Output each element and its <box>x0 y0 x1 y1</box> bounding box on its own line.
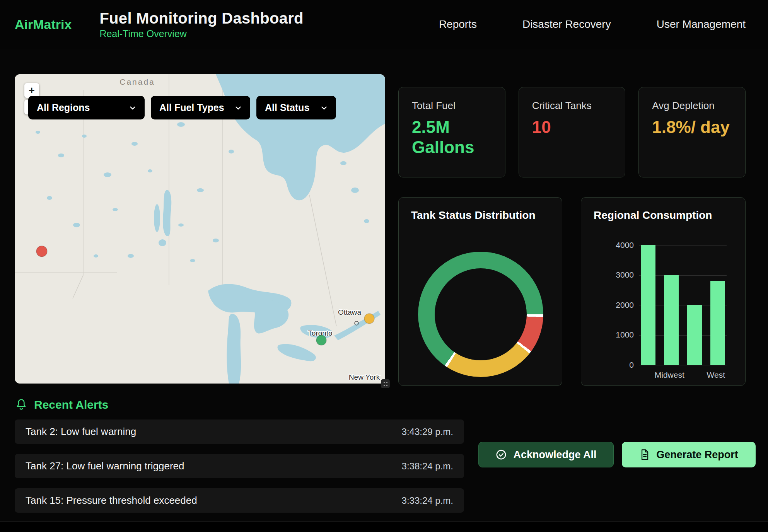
x-axis-tick: Midwest <box>655 370 684 380</box>
stat-card-avg-depletion: Avg Depletion 1.8%/ day <box>638 87 746 177</box>
stat-label: Total Fuel <box>412 100 492 112</box>
stat-label: Critical Tanks <box>532 100 612 112</box>
alert-text: Tank 27: Low fuel warning triggered <box>26 460 184 472</box>
y-axis-tick: 0 <box>592 360 634 370</box>
generate-report-button[interactable]: Generate Report <box>622 442 756 467</box>
alert-time: 3:43:29 p.m. <box>402 426 453 437</box>
alert-row: Tank 15: Pressure threshold exceeded 3:3… <box>15 488 464 513</box>
main-nav: Reports Disaster Recovery User Managemen… <box>439 18 746 31</box>
regional-consumption-card: Regional Consumption 4000 3000 2000 1000… <box>581 197 746 386</box>
chevron-down-icon <box>320 104 328 112</box>
bar <box>641 245 655 365</box>
stat-cards: Total Fuel 2.5M Gallons Critical Tanks 1… <box>398 87 746 177</box>
map[interactable]: Canada Ottawa Toronto New York + − All R… <box>15 74 385 384</box>
map-label-ottawa: Ottawa <box>338 308 362 316</box>
check-circle-icon <box>495 449 507 460</box>
grip-dots-icon <box>382 381 389 387</box>
map-marker-normal[interactable] <box>316 335 326 345</box>
fuel-types-filter-label: All Fuel Types <box>159 102 224 113</box>
regions-filter-label: All Regions <box>37 102 90 113</box>
page-title: Fuel Monitoring Dashboard <box>99 10 303 27</box>
map-marker-warning[interactable] <box>364 314 374 324</box>
chart-title: Regional Consumption <box>594 209 733 222</box>
x-axis-tick <box>693 370 698 380</box>
alert-time: 3:38:24 p.m. <box>402 461 453 472</box>
nav-disaster-recovery[interactable]: Disaster Recovery <box>522 18 611 31</box>
stat-card-total-fuel: Total Fuel 2.5M Gallons <box>398 87 505 177</box>
stat-value: 1.8%/ day <box>652 117 732 137</box>
document-icon <box>639 449 650 460</box>
map-canvas: Canada Ottawa Toronto New York <box>15 74 385 384</box>
bar <box>664 275 679 365</box>
alert-row: Tank 2: Low fuel warning 3:43:29 p.m. <box>15 419 464 444</box>
generate-report-label: Generate Report <box>656 449 738 461</box>
y-axis-tick: 1000 <box>592 330 634 339</box>
y-axis-tick: 4000 <box>592 240 634 250</box>
regions-filter-dropdown[interactable]: All Regions <box>28 96 145 119</box>
bar-chart-bars <box>639 245 727 365</box>
map-label-new-york: New York <box>349 373 380 381</box>
title-block: Fuel Monitoring Dashboard Real-Time Over… <box>99 10 303 39</box>
chart-title: Tank Status Distribution <box>411 209 550 222</box>
y-axis-tick: 2000 <box>592 300 634 310</box>
acknowledge-all-label: Acknowledge All <box>513 449 596 461</box>
nav-reports[interactable]: Reports <box>439 18 477 31</box>
map-resize-handle[interactable] <box>381 379 390 388</box>
x-axis-tick <box>641 370 646 380</box>
bell-icon <box>15 399 27 411</box>
fuel-types-filter-dropdown[interactable]: All Fuel Types <box>151 96 250 119</box>
alert-text: Tank 2: Low fuel warning <box>26 426 136 438</box>
bar <box>710 281 725 365</box>
stat-label: Avg Depletion <box>652 100 732 112</box>
dashboard: AirMatrix Fuel Monitoring Dashboard Real… <box>0 0 768 532</box>
map-marker-critical[interactable] <box>36 246 47 257</box>
recent-alerts-heading: Recent Alerts <box>15 398 108 411</box>
chevron-down-icon <box>234 104 242 112</box>
alert-text: Tank 15: Pressure threshold exceeded <box>26 494 197 506</box>
nav-user-management[interactable]: User Management <box>657 18 746 31</box>
map-filters: All Regions All Fuel Types All Status <box>28 96 336 119</box>
status-filter-dropdown[interactable]: All Status <box>256 96 336 119</box>
bar <box>687 305 702 365</box>
page-subtitle: Real-Time Overview <box>99 28 303 39</box>
acknowledge-all-button[interactable]: Acknowledge All <box>478 442 614 467</box>
stat-value: 10 <box>532 117 612 137</box>
header: AirMatrix Fuel Monitoring Dashboard Real… <box>0 0 768 49</box>
x-axis-tick: West <box>707 370 725 380</box>
stat-card-critical-tanks: Critical Tanks 10 <box>519 87 626 177</box>
alert-row: Tank 27: Low fuel warning triggered 3:38… <box>15 454 464 478</box>
alert-time: 3:33:24 p.m. <box>402 495 453 506</box>
tank-status-distribution-card: Tank Status Distribution <box>398 197 562 386</box>
footer-bar <box>0 521 768 532</box>
x-axis-ticks: Midwest West <box>639 370 727 380</box>
chevron-down-icon <box>128 104 137 112</box>
recent-alerts-title: Recent Alerts <box>34 398 108 411</box>
status-filter-label: All Status <box>265 102 309 113</box>
donut-chart <box>418 252 543 377</box>
y-axis-tick: 3000 <box>592 270 634 280</box>
map-label-country: Canada <box>119 77 155 86</box>
stat-value: 2.5M Gallons <box>412 117 492 157</box>
app-logo: AirMatrix <box>15 17 72 32</box>
